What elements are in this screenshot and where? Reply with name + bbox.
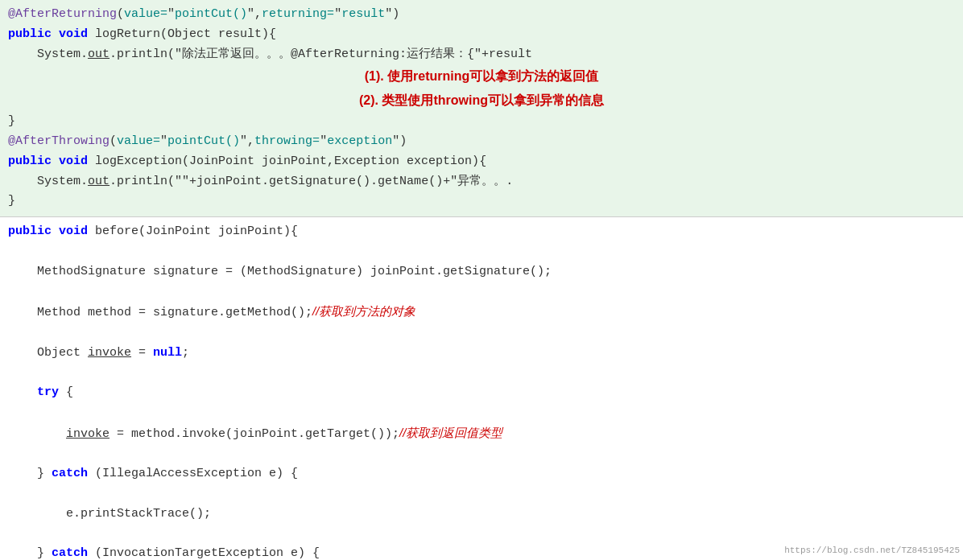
code-line-close1: } [8, 112, 955, 132]
annotation-throwing: (2). 类型使用throwing可以拿到异常的信息 [8, 89, 955, 113]
wline-9 [8, 403, 955, 423]
wline-8 [8, 363, 955, 383]
url-bar: https://blog.csdn.net/TZ845195425 [781, 542, 963, 560]
code-line-2: public void logReturn(Object result){ [8, 25, 955, 45]
code-line-println2: System.out.println(""+joinPoint.getSigna… [8, 172, 955, 192]
wline-10 [8, 444, 955, 464]
code-line-1: @AfterReturning(value="pointCut()",retur… [8, 5, 955, 25]
wline-2 [8, 242, 955, 262]
wline-12 [8, 524, 955, 544]
wline-invoke: invoke = method.invoke(joinPoint.getTarg… [8, 423, 955, 445]
code-line-close2: } [8, 191, 955, 212]
code-line-3: System.out.println("除法正常返回。。。@AfterRetur… [8, 45, 955, 65]
wline-7: Object invoke = null; [8, 344, 955, 364]
wline-printstacktrace: e.printStackTrace(); [8, 504, 955, 525]
green-section: @AfterReturning(value="pointCut()",retur… [0, 0, 963, 217]
wline-6 [8, 323, 955, 344]
code-line-logexception: public void logException(JoinPoint joinP… [8, 152, 955, 172]
wline-11 [8, 484, 955, 504]
url-text: https://blog.csdn.net/TZ845195425 [784, 546, 960, 555]
wline-3: MethodSignature signature = (MethodSigna… [8, 262, 955, 282]
code-line-afterthrowing: @AfterThrowing(value="pointCut()",throwi… [8, 132, 955, 152]
wline-try: try { [8, 383, 955, 403]
white-section: public void before(JoinPoint joinPoint){… [0, 217, 963, 560]
annotation-returning: (1). 使用returning可以拿到方法的返回值 [8, 64, 955, 89]
annotation-afterreturning: @AfterReturning [8, 7, 117, 21]
wline-5: Method method = signature.getMethod();//… [8, 302, 955, 323]
string-value: value= [124, 7, 167, 21]
wline-4 [8, 282, 955, 302]
wline-1: public void before(JoinPoint joinPoint){ [8, 222, 955, 242]
code-container: @AfterReturning(value="pointCut()",retur… [0, 0, 963, 560]
wline-catch1: } catch (IllegalAccessException e) { [8, 464, 955, 484]
